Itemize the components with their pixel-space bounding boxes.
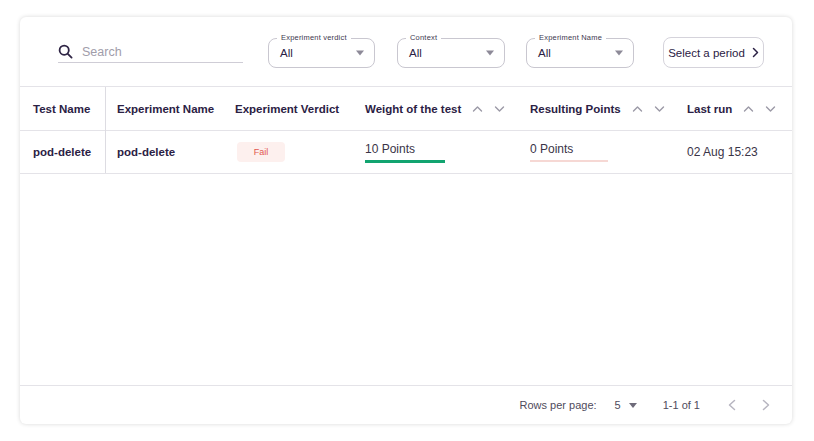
table-row[interactable]: pod-delete pod-delete Fail 10 Points 0 P… — [20, 131, 792, 174]
column-header-weight: Weight of the test — [365, 87, 505, 130]
last-run-value: 02 Aug 15:23 — [687, 145, 758, 159]
verdict-fail-badge: Fail — [237, 142, 285, 162]
select-period-label: Select a period — [668, 47, 745, 59]
rows-per-page-select[interactable]: 5 — [615, 399, 637, 411]
column-label: Resulting Points — [530, 103, 621, 115]
chevron-right-icon — [762, 399, 770, 411]
column-label: Weight of the test — [365, 103, 461, 115]
select-label: Experiment verdict — [277, 33, 351, 42]
column-header-experiment-verdict: Experiment Verdict — [235, 87, 339, 130]
search-icon — [58, 44, 73, 59]
select-value: All — [280, 47, 293, 59]
select-period-button[interactable]: Select a period — [663, 37, 764, 68]
experiment-name-select[interactable]: Experiment Name All — [526, 38, 634, 68]
chevron-down-icon — [486, 51, 494, 56]
experiment-name-value: pod-delete — [117, 146, 175, 158]
column-header-experiment-name: Experiment Name — [117, 87, 214, 130]
next-page-button[interactable] — [762, 399, 770, 411]
rows-per-page-label: Rows per page: — [520, 399, 597, 411]
experiment-verdict-select[interactable]: Experiment verdict All — [268, 38, 375, 68]
experiments-results-card: Search Experiment verdict All Context Al… — [20, 17, 792, 424]
weight-cell: 10 Points — [365, 131, 445, 173]
rows-per-page-value: 5 — [615, 399, 621, 411]
weight-value: 10 Points — [365, 142, 445, 163]
sort-ascending-icon[interactable] — [743, 105, 754, 113]
filter-bar: Search Experiment verdict All Context Al… — [20, 17, 792, 87]
resulting-points-cell: 0 Points — [530, 131, 608, 173]
pagination-bar: Rows per page: 5 1-1 of 1 — [20, 385, 792, 424]
column-label: Experiment Verdict — [235, 103, 339, 115]
sort-descending-icon[interactable] — [494, 105, 505, 113]
test-name-cell: pod-delete — [33, 131, 91, 173]
chevron-down-icon — [629, 403, 637, 408]
column-label: Test Name — [33, 103, 90, 115]
previous-page-button[interactable] — [728, 399, 736, 411]
resulting-points-value: 0 Points — [530, 142, 608, 162]
page-range-label: 1-1 of 1 — [663, 399, 700, 411]
search-placeholder: Search — [82, 45, 122, 59]
select-label: Experiment Name — [535, 33, 606, 42]
chevron-right-icon — [752, 47, 759, 58]
sort-ascending-icon[interactable] — [472, 105, 483, 113]
column-header-resulting-points: Resulting Points — [530, 87, 665, 130]
chevron-left-icon — [728, 399, 736, 411]
sort-ascending-icon[interactable] — [632, 105, 643, 113]
table-header: Test Name Experiment Name Experiment Ver… — [20, 87, 792, 131]
chevron-down-icon — [356, 51, 364, 56]
column-label: Experiment Name — [117, 103, 214, 115]
last-run-cell: 02 Aug 15:23 — [687, 131, 758, 173]
context-select[interactable]: Context All — [397, 38, 505, 68]
select-label: Context — [406, 33, 441, 42]
select-value: All — [538, 47, 551, 59]
experiment-verdict-cell: Fail — [235, 131, 285, 173]
test-name-value: pod-delete — [33, 146, 91, 158]
sort-descending-icon[interactable] — [765, 105, 776, 113]
column-label: Last run — [687, 103, 732, 115]
column-header-last-run: Last run — [687, 87, 776, 130]
chevron-down-icon — [615, 51, 623, 56]
sort-descending-icon[interactable] — [654, 105, 665, 113]
column-header-test-name: Test Name — [33, 87, 90, 130]
select-value: All — [409, 47, 422, 59]
experiment-name-cell: pod-delete — [117, 131, 175, 173]
search-input[interactable]: Search — [58, 41, 243, 63]
